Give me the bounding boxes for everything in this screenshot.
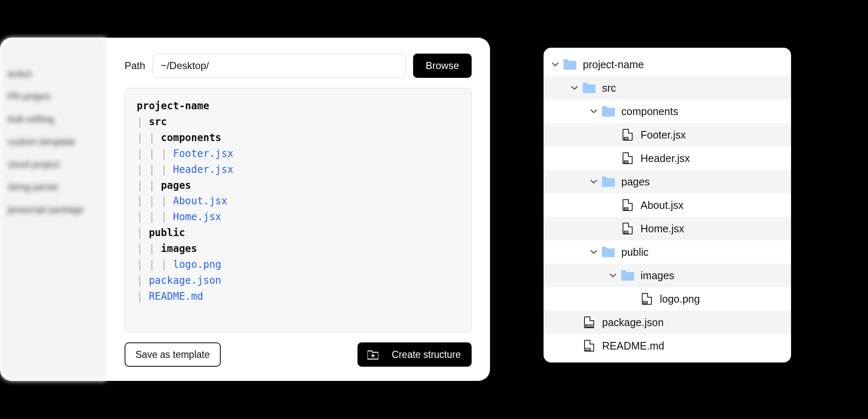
tree-text-line: | | components <box>137 130 460 146</box>
tree-file-row[interactable]: MDREADME.md <box>544 334 791 357</box>
tree-item-label: images <box>641 270 784 282</box>
tree-text-line: | public <box>137 225 460 241</box>
tree-item-label: pages <box>621 176 784 188</box>
chevron-down-icon[interactable] <box>590 249 598 255</box>
path-row: Path Browse <box>125 54 472 78</box>
tree-text-line: | | images <box>137 241 460 257</box>
path-input[interactable] <box>153 54 406 78</box>
file-icon: JSON <box>582 316 596 328</box>
tree-folder-row[interactable]: pages <box>544 170 791 193</box>
structure-textarea[interactable]: project-name| src| | components| | | Foo… <box>125 88 472 332</box>
folder-icon <box>582 82 596 94</box>
tree-text-line: | package.json <box>137 273 460 289</box>
tree-item-label: logo.png <box>660 293 784 305</box>
tree-file-row[interactable]: JSONpackage.json <box>544 311 791 334</box>
tree-item-label: public <box>621 246 784 258</box>
chevron-down-icon[interactable] <box>590 178 598 185</box>
tree-text-line: | | | Home.jsx <box>137 209 460 225</box>
tree-file-row[interactable]: JSFooter.jsx <box>544 123 791 147</box>
tree-item-label: Header.jsx <box>641 152 784 165</box>
folder-icon <box>601 105 615 117</box>
tree-text-line: | README.md <box>137 289 460 305</box>
chevron-down-icon[interactable] <box>590 108 598 115</box>
folder-icon <box>601 176 615 188</box>
file-icon: MD <box>582 340 596 352</box>
tree-item-label: Footer.jsx <box>641 129 784 141</box>
folder-icon <box>563 59 577 70</box>
file-icon: JS <box>640 293 654 305</box>
tree-item-label: Home.jsx <box>641 223 784 235</box>
tree-text-line: | src <box>137 114 460 130</box>
chevron-down-icon[interactable] <box>609 272 617 279</box>
tree-item-label: project-name <box>583 59 784 71</box>
folder-icon <box>620 270 635 281</box>
create-structure-label: Create structure <box>392 349 461 360</box>
folder-icon <box>601 246 615 258</box>
tree-file-row[interactable]: JSlogo.png <box>544 287 791 311</box>
tree-item-label: README.md <box>602 340 784 352</box>
sidebar-item[interactable]: PR project <box>0 85 106 108</box>
tree-folder-row[interactable]: public <box>544 240 791 264</box>
file-icon: JS <box>620 199 635 211</box>
tree-folder-row[interactable]: src <box>544 76 791 100</box>
chevron-down-icon[interactable] <box>570 85 579 91</box>
tree-file-row[interactable]: JSHeader.jsx <box>544 147 791 170</box>
tree-folder-row[interactable]: components <box>544 100 791 123</box>
tree-folder-row[interactable]: project-name <box>544 53 791 76</box>
folder-plus-icon <box>366 350 380 360</box>
tree-folder-row[interactable]: images <box>544 264 791 287</box>
tree-text-line: | | | Footer.jsx <box>137 146 460 162</box>
footer-row: Save as template Create structure <box>125 342 472 367</box>
browse-button[interactable]: Browse <box>413 54 472 78</box>
file-icon: JS <box>620 152 635 164</box>
sidebar-item[interactable]: custom template <box>0 131 106 153</box>
tree-text-line: | | | logo.png <box>137 257 460 273</box>
main-form: Path Browse project-name| src| | compone… <box>106 38 490 381</box>
sidebar-item[interactable]: javascript package <box>0 198 106 221</box>
file-icon: JS <box>620 129 635 141</box>
sidebar-item[interactable]: string parser <box>0 176 106 198</box>
sidebar-item[interactable]: cloud project <box>0 153 106 176</box>
tree-item-label: package.json <box>602 316 784 329</box>
create-structure-button[interactable]: Create structure <box>357 342 472 367</box>
chevron-down-icon[interactable] <box>551 61 559 68</box>
tree-text-line: project-name <box>137 98 460 114</box>
sidebar-item[interactable]: action <box>0 63 106 85</box>
sidebar-item[interactable]: bulk editing <box>0 108 106 131</box>
tree-text-line: | | | About.jsx <box>137 193 460 209</box>
save-template-button[interactable]: Save as template <box>125 342 221 367</box>
tree-file-row[interactable]: JSHome.jsx <box>544 217 791 240</box>
tree-file-row[interactable]: JSAbout.jsx <box>544 193 791 217</box>
sidebar: actionPR projectbulk editingcustom templ… <box>0 38 106 381</box>
tree-text-line: | | pages <box>137 178 460 194</box>
path-label: Path <box>125 60 145 72</box>
tree-item-label: src <box>602 82 784 94</box>
file-tree-panel: project-namesrccomponentsJSFooter.jsxJSH… <box>544 48 791 362</box>
tree-item-label: components <box>621 105 784 118</box>
tree-item-label: About.jsx <box>641 199 784 211</box>
tree-text-line: | | | Header.jsx <box>137 162 460 178</box>
file-icon: JS <box>620 223 635 234</box>
editor-panel: actionPR projectbulk editingcustom templ… <box>0 38 490 381</box>
